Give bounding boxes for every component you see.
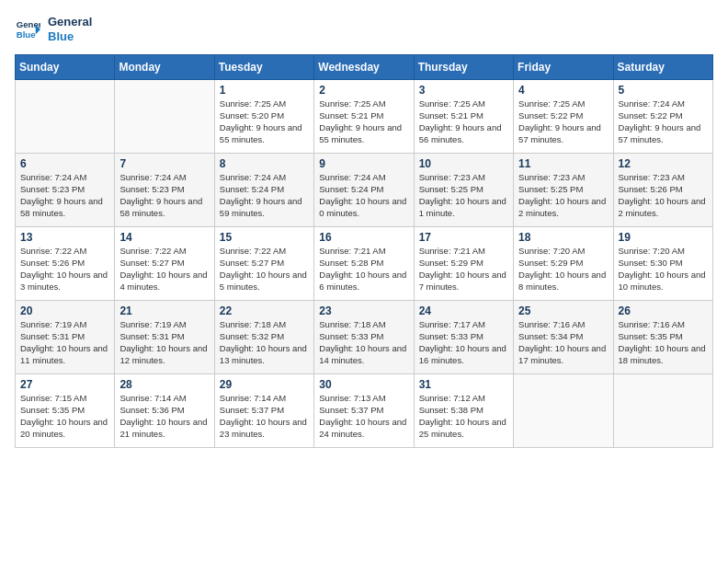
day-info: Sunrise: 7:21 AM Sunset: 5:29 PM Dayligh… — [419, 246, 508, 293]
day-number: 25 — [518, 304, 608, 317]
day-info: Sunrise: 7:19 AM Sunset: 5:31 PM Dayligh… — [20, 319, 109, 366]
day-number: 4 — [518, 84, 608, 97]
day-number: 14 — [119, 231, 209, 244]
day-info: Sunrise: 7:25 AM Sunset: 5:22 PM Dayligh… — [518, 98, 608, 145]
calendar-week-row: 20Sunrise: 7:19 AM Sunset: 5:31 PM Dayli… — [16, 301, 713, 374]
calendar-cell: 26Sunrise: 7:16 AM Sunset: 5:35 PM Dayli… — [613, 301, 712, 374]
day-info: Sunrise: 7:24 AM Sunset: 5:23 PM Dayligh… — [119, 172, 209, 219]
page-header: General Blue General Blue — [15, 15, 713, 43]
day-info: Sunrise: 7:20 AM Sunset: 5:30 PM Dayligh… — [619, 246, 708, 293]
day-number: 23 — [319, 304, 408, 317]
day-info: Sunrise: 7:16 AM Sunset: 5:34 PM Dayligh… — [518, 319, 608, 366]
day-info: Sunrise: 7:14 AM Sunset: 5:36 PM Dayligh… — [119, 393, 209, 440]
calendar-cell: 25Sunrise: 7:16 AM Sunset: 5:34 PM Dayli… — [514, 301, 613, 374]
day-number: 20 — [20, 304, 109, 317]
calendar-cell: 3Sunrise: 7:25 AM Sunset: 5:21 PM Daylig… — [414, 80, 513, 154]
day-number: 18 — [518, 231, 608, 244]
svg-text:Blue: Blue — [17, 29, 36, 39]
calendar-week-row: 1Sunrise: 7:25 AM Sunset: 5:20 PM Daylig… — [16, 80, 713, 154]
calendar-table: SundayMondayTuesdayWednesdayThursdayFrid… — [15, 54, 713, 448]
weekday-header: Sunday — [16, 55, 115, 80]
calendar-cell: 14Sunrise: 7:22 AM Sunset: 5:27 PM Dayli… — [115, 227, 214, 301]
day-info: Sunrise: 7:21 AM Sunset: 5:28 PM Dayligh… — [319, 246, 408, 293]
weekday-header: Monday — [115, 55, 214, 80]
calendar-cell: 7Sunrise: 7:24 AM Sunset: 5:23 PM Daylig… — [115, 154, 214, 227]
day-info: Sunrise: 7:24 AM Sunset: 5:24 PM Dayligh… — [220, 172, 309, 219]
day-number: 1 — [220, 84, 309, 97]
calendar-cell: 28Sunrise: 7:14 AM Sunset: 5:36 PM Dayli… — [115, 374, 214, 448]
calendar-cell: 1Sunrise: 7:25 AM Sunset: 5:20 PM Daylig… — [214, 80, 313, 154]
day-number: 10 — [419, 157, 508, 170]
day-info: Sunrise: 7:15 AM Sunset: 5:35 PM Dayligh… — [20, 393, 109, 440]
calendar-cell: 11Sunrise: 7:23 AM Sunset: 5:25 PM Dayli… — [514, 154, 613, 227]
day-info: Sunrise: 7:13 AM Sunset: 5:37 PM Dayligh… — [319, 393, 408, 440]
calendar-week-row: 6Sunrise: 7:24 AM Sunset: 5:23 PM Daylig… — [16, 154, 713, 227]
calendar-cell: 18Sunrise: 7:20 AM Sunset: 5:29 PM Dayli… — [514, 227, 613, 301]
day-number: 11 — [518, 157, 608, 170]
calendar-cell: 21Sunrise: 7:19 AM Sunset: 5:31 PM Dayli… — [115, 301, 214, 374]
day-info: Sunrise: 7:22 AM Sunset: 5:27 PM Dayligh… — [220, 246, 309, 293]
day-number: 9 — [319, 157, 408, 170]
calendar-cell: 16Sunrise: 7:21 AM Sunset: 5:28 PM Dayli… — [314, 227, 414, 301]
calendar-cell: 30Sunrise: 7:13 AM Sunset: 5:37 PM Dayli… — [314, 374, 414, 448]
calendar-cell — [16, 80, 115, 154]
calendar-cell: 4Sunrise: 7:25 AM Sunset: 5:22 PM Daylig… — [514, 80, 613, 154]
day-info: Sunrise: 7:18 AM Sunset: 5:32 PM Dayligh… — [220, 319, 309, 366]
day-info: Sunrise: 7:17 AM Sunset: 5:33 PM Dayligh… — [419, 319, 508, 366]
calendar-cell — [613, 374, 712, 448]
calendar-cell: 10Sunrise: 7:23 AM Sunset: 5:25 PM Dayli… — [414, 154, 513, 227]
day-number: 8 — [220, 157, 309, 170]
calendar-cell: 12Sunrise: 7:23 AM Sunset: 5:26 PM Dayli… — [613, 154, 712, 227]
calendar-cell: 9Sunrise: 7:24 AM Sunset: 5:24 PM Daylig… — [314, 154, 414, 227]
day-number: 12 — [619, 157, 708, 170]
calendar-cell: 15Sunrise: 7:22 AM Sunset: 5:27 PM Dayli… — [214, 227, 313, 301]
day-number: 6 — [20, 157, 109, 170]
day-info: Sunrise: 7:14 AM Sunset: 5:37 PM Dayligh… — [220, 393, 309, 440]
day-info: Sunrise: 7:24 AM Sunset: 5:23 PM Dayligh… — [20, 172, 109, 219]
calendar-cell: 5Sunrise: 7:24 AM Sunset: 5:22 PM Daylig… — [613, 80, 712, 154]
day-number: 22 — [220, 304, 309, 317]
day-number: 19 — [619, 231, 708, 244]
day-number: 28 — [119, 378, 209, 391]
day-number: 31 — [419, 378, 508, 391]
logo: General Blue General Blue — [15, 15, 92, 43]
calendar-cell: 8Sunrise: 7:24 AM Sunset: 5:24 PM Daylig… — [214, 154, 313, 227]
weekday-header: Friday — [514, 55, 613, 80]
day-number: 2 — [319, 84, 408, 97]
day-number: 15 — [220, 231, 309, 244]
logo-text-blue: Blue — [48, 29, 92, 44]
calendar-cell: 20Sunrise: 7:19 AM Sunset: 5:31 PM Dayli… — [16, 301, 115, 374]
day-info: Sunrise: 7:25 AM Sunset: 5:21 PM Dayligh… — [319, 98, 408, 145]
calendar-cell: 13Sunrise: 7:22 AM Sunset: 5:26 PM Dayli… — [16, 227, 115, 301]
weekday-header: Tuesday — [214, 55, 313, 80]
calendar-week-row: 27Sunrise: 7:15 AM Sunset: 5:35 PM Dayli… — [16, 374, 713, 448]
day-number: 27 — [20, 378, 109, 391]
day-info: Sunrise: 7:22 AM Sunset: 5:26 PM Dayligh… — [20, 246, 109, 293]
day-info: Sunrise: 7:18 AM Sunset: 5:33 PM Dayligh… — [319, 319, 408, 366]
logo-icon: General Blue — [15, 17, 40, 42]
day-info: Sunrise: 7:24 AM Sunset: 5:24 PM Dayligh… — [319, 172, 408, 219]
calendar-header-row: SundayMondayTuesdayWednesdayThursdayFrid… — [16, 55, 713, 80]
day-info: Sunrise: 7:20 AM Sunset: 5:29 PM Dayligh… — [518, 246, 608, 293]
calendar-cell: 24Sunrise: 7:17 AM Sunset: 5:33 PM Dayli… — [414, 301, 513, 374]
calendar-cell: 17Sunrise: 7:21 AM Sunset: 5:29 PM Dayli… — [414, 227, 513, 301]
logo-text-general: General — [48, 15, 92, 29]
day-info: Sunrise: 7:25 AM Sunset: 5:20 PM Dayligh… — [220, 98, 309, 145]
day-number: 5 — [619, 84, 708, 97]
calendar-cell: 22Sunrise: 7:18 AM Sunset: 5:32 PM Dayli… — [214, 301, 313, 374]
calendar-week-row: 13Sunrise: 7:22 AM Sunset: 5:26 PM Dayli… — [16, 227, 713, 301]
calendar-cell: 27Sunrise: 7:15 AM Sunset: 5:35 PM Dayli… — [16, 374, 115, 448]
day-number: 3 — [419, 84, 508, 97]
day-number: 13 — [20, 231, 109, 244]
day-info: Sunrise: 7:22 AM Sunset: 5:27 PM Dayligh… — [119, 246, 209, 293]
day-number: 26 — [619, 304, 708, 317]
day-info: Sunrise: 7:16 AM Sunset: 5:35 PM Dayligh… — [619, 319, 708, 366]
calendar-cell: 29Sunrise: 7:14 AM Sunset: 5:37 PM Dayli… — [214, 374, 313, 448]
day-info: Sunrise: 7:24 AM Sunset: 5:22 PM Dayligh… — [619, 98, 708, 145]
day-info: Sunrise: 7:12 AM Sunset: 5:38 PM Dayligh… — [419, 393, 508, 440]
calendar-cell: 6Sunrise: 7:24 AM Sunset: 5:23 PM Daylig… — [16, 154, 115, 227]
calendar-cell — [115, 80, 214, 154]
day-number: 7 — [119, 157, 209, 170]
weekday-header: Saturday — [613, 55, 712, 80]
calendar-cell: 19Sunrise: 7:20 AM Sunset: 5:30 PM Dayli… — [613, 227, 712, 301]
